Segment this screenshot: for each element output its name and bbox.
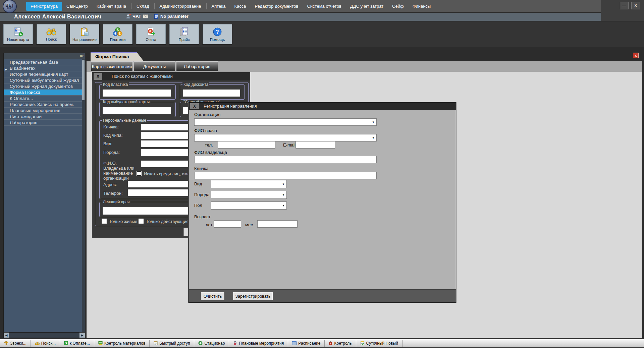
close-tab-button[interactable]: x bbox=[633, 53, 639, 58]
menu-item-finance[interactable]: Финансы bbox=[408, 2, 435, 11]
parameter-indicator[interactable]: No parameter bbox=[154, 14, 189, 19]
taskbar-item-daily-new[interactable]: Суточный Новый bbox=[356, 340, 402, 347]
sidebar-item-daily-ambulatory-journal[interactable]: Суточный амбулаторный журнал bbox=[4, 77, 85, 83]
sidebar-horizontal-scrollbar[interactable]: ◀ ▶ bbox=[4, 332, 85, 338]
sidebar-item-planned-events[interactable]: Плановые мероприятия bbox=[4, 108, 85, 114]
svg-text:€: € bbox=[114, 32, 116, 36]
menu-item-dds-costs[interactable]: ДДС учет затрат bbox=[346, 2, 388, 11]
dollar-icon: $ bbox=[64, 341, 68, 345]
payments-button[interactable]: $ € £ Платежи bbox=[103, 24, 132, 44]
plastic-code-input[interactable] bbox=[103, 90, 171, 97]
close-search-form-button[interactable]: X bbox=[94, 73, 102, 80]
email-input[interactable] bbox=[296, 141, 335, 149]
age-years-input[interactable] bbox=[214, 220, 241, 228]
sidebar-item-search-form[interactable]: Форма Поиска bbox=[4, 90, 85, 96]
only-alive-checkbox[interactable] bbox=[102, 219, 106, 223]
menu-item-call-center[interactable]: Call-Центр bbox=[62, 2, 92, 11]
referral-button[interactable]: Направление bbox=[70, 24, 99, 44]
window-controls: — X bbox=[620, 2, 640, 9]
species-combobox[interactable]: ▼ bbox=[211, 180, 287, 188]
menu-item-warehouse[interactable]: Склад bbox=[132, 2, 154, 11]
sidebar-item-in-offices[interactable]: ▶В кабинетах bbox=[4, 65, 85, 71]
phone-icon bbox=[4, 341, 8, 345]
menu-item-cash-desk[interactable]: Касса bbox=[230, 2, 251, 11]
tab-button-laboratory[interactable]: Лаборатория bbox=[176, 61, 218, 71]
nickname-input[interactable] bbox=[194, 172, 377, 179]
taskbar-item-quick-access[interactable]: Быстрый доступ bbox=[150, 340, 194, 347]
collapse-sidebar-icon[interactable]: «« bbox=[80, 54, 83, 58]
svg-text:$: $ bbox=[65, 342, 67, 345]
ambulatory-card-input[interactable] bbox=[103, 107, 171, 114]
sex-combobox[interactable]: ▼ bbox=[211, 201, 287, 210]
inpatient-icon bbox=[198, 341, 203, 345]
discount-code-fieldset: Код дисконта bbox=[180, 84, 245, 100]
tab-search-form[interactable]: Форма Поиска bbox=[91, 52, 144, 61]
menu-item-doctor-office[interactable]: Кабинет врача bbox=[92, 2, 130, 11]
sidebar-vertical-scrollbar[interactable] bbox=[82, 59, 85, 332]
svg-text:?: ? bbox=[216, 29, 219, 35]
chat-button[interactable]: ЧАТ bbox=[126, 14, 148, 19]
tab-button-documents[interactable]: Документы bbox=[133, 61, 175, 71]
dropdown-arrow-icon[interactable]: ▼ bbox=[281, 193, 286, 196]
taskbar-item-search[interactable]: Поиск... bbox=[31, 340, 60, 347]
notepad-icon bbox=[154, 341, 158, 345]
scroll-right-icon[interactable]: ▶ bbox=[79, 333, 85, 338]
price-button[interactable]: Прайс bbox=[169, 24, 199, 44]
dropdown-arrow-icon[interactable]: ▼ bbox=[281, 204, 286, 207]
taskbar-item-material-control[interactable]: Контроль материалов bbox=[94, 340, 150, 347]
search-button[interactable]: Поиск bbox=[37, 24, 66, 44]
breed-combobox[interactable]: ▼ bbox=[211, 191, 287, 199]
new-card-button[interactable]: Новая карта bbox=[3, 24, 33, 44]
taskbar-item-to-payment[interactable]: $ к Оплате... bbox=[60, 340, 94, 347]
scroll-left-icon[interactable]: ◀ bbox=[4, 333, 9, 338]
breed-label: Порода: bbox=[103, 150, 120, 155]
search-among-checkbox[interactable] bbox=[137, 171, 141, 176]
sidebar-item-to-payment[interactable]: К Оплате... bbox=[4, 96, 85, 102]
control-icon bbox=[329, 341, 332, 345]
sidebar-item-daily-document-journal[interactable]: Суточный журнал документов bbox=[4, 83, 85, 90]
parameter-doc-icon bbox=[154, 14, 158, 19]
mail-icon[interactable] bbox=[143, 14, 148, 18]
menu-item-pharmacy[interactable]: Аптека bbox=[207, 2, 230, 11]
sidebar-item-preliminary-base[interactable]: Предварительная база bbox=[4, 59, 85, 65]
close-button[interactable]: X bbox=[631, 2, 640, 9]
taskbar-item-inpatient[interactable]: Стационар bbox=[194, 340, 229, 347]
menu-item-registratura[interactable]: Регистратура bbox=[26, 2, 62, 11]
only-active-checkbox[interactable] bbox=[139, 219, 143, 223]
age-months-input[interactable] bbox=[257, 220, 298, 228]
sidebar-item-card-history[interactable]: История перемещения карт bbox=[4, 71, 85, 77]
sidebar-list: Предварительная база ▶В кабинетах Истори… bbox=[4, 59, 85, 126]
taskbar-item-control[interactable]: Контроль bbox=[325, 340, 356, 347]
plastic-code-fieldset: Код пластика bbox=[99, 84, 176, 100]
taskbar-item-calls[interactable]: Звонки... bbox=[0, 340, 31, 347]
doctor-name-label: ФИО врача bbox=[194, 128, 217, 133]
telephone-input[interactable] bbox=[218, 141, 275, 149]
organization-combobox[interactable]: ▼ bbox=[194, 118, 377, 126]
invoices-button[interactable]: Счета bbox=[136, 24, 166, 44]
discount-code-input[interactable] bbox=[183, 90, 240, 97]
menu-item-safe[interactable]: Сейф bbox=[388, 2, 408, 11]
bottom-taskbar: Звонки... Поиск... $ к Оплате... Контрол… bbox=[0, 339, 644, 347]
owner-name-input[interactable] bbox=[194, 156, 377, 163]
bottom-edge bbox=[0, 347, 644, 348]
taskbar-item-planned-events[interactable]: Плановые мероприятия bbox=[229, 340, 288, 347]
menu-item-report-system[interactable]: Система отчетов bbox=[303, 2, 345, 11]
help-button[interactable]: ? Помощь bbox=[203, 24, 232, 44]
dropdown-arrow-icon[interactable]: ▼ bbox=[371, 121, 376, 124]
dropdown-arrow-icon[interactable]: ▼ bbox=[281, 183, 286, 186]
sidebar-item-laboratory[interactable]: Лаборатория bbox=[4, 120, 85, 126]
scrollbar-thumb[interactable] bbox=[82, 60, 85, 100]
taskbar-item-schedule[interactable]: Расписание bbox=[288, 340, 325, 347]
minimize-button[interactable]: — bbox=[620, 2, 629, 9]
clear-button[interactable]: Очистить bbox=[201, 292, 224, 300]
menu-item-administration[interactable]: Администрирование bbox=[155, 2, 206, 11]
register-button[interactable]: Зарегистрировать bbox=[233, 292, 273, 300]
doctor-name-combobox[interactable]: ▼ bbox=[194, 134, 377, 141]
sidebar-item-waiting-list[interactable]: Лист ожиданий bbox=[4, 114, 85, 120]
menu-item-doc-editor[interactable]: Редактор документов bbox=[251, 2, 303, 11]
close-dialog-button[interactable]: X bbox=[190, 103, 199, 109]
sidebar-item-schedule-appointment[interactable]: Расписание. Запись на прием. bbox=[4, 102, 85, 108]
toolbar-label: Помощь bbox=[210, 38, 225, 42]
tab-button-animal-cards[interactable]: Карты с животными bbox=[91, 61, 133, 71]
dropdown-arrow-icon[interactable]: ▼ bbox=[371, 136, 376, 139]
